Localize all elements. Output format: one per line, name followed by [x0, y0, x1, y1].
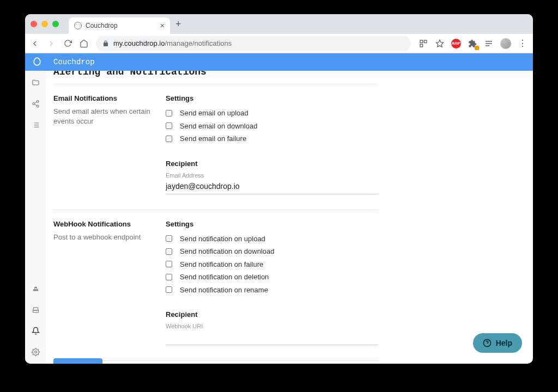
email-notifications-section: Email Notifications Send email alerts wh… — [53, 94, 378, 194]
email-opt-row: Send email on failure — [166, 133, 378, 144]
webhook-notifications-section: WebHook Notifications Post to a webhook … — [53, 220, 378, 346]
nav-settings-icon[interactable] — [32, 348, 40, 356]
checkbox-webhook-download[interactable] — [166, 248, 172, 255]
qr-icon[interactable] — [418, 39, 428, 48]
menu-icon[interactable]: ⋮ — [518, 39, 527, 48]
checkbox-label: Send email on failure — [180, 133, 246, 144]
close-window-button[interactable] — [31, 21, 37, 27]
maximize-window-button[interactable] — [52, 21, 59, 27]
checkbox-email-download[interactable] — [166, 122, 172, 129]
url-text: my.couchdrop.io/manage/notifications — [113, 39, 232, 47]
new-tab-button[interactable]: + — [175, 19, 181, 30]
svg-point-8 — [32, 103, 34, 105]
brand-bar: Couchdrop — [25, 53, 533, 71]
webhook-opt-row: Send notification on failure — [166, 259, 378, 270]
close-tab-icon[interactable]: × — [160, 21, 165, 30]
webhook-settings-heading: Settings — [166, 220, 378, 228]
checkbox-webhook-rename[interactable] — [166, 286, 172, 293]
checkbox-webhook-upload[interactable] — [166, 235, 172, 242]
divider — [53, 84, 378, 84]
checkbox-email-failure[interactable] — [166, 136, 172, 142]
address-bar: my.couchdrop.io/manage/notifications ABP… — [25, 34, 533, 53]
email-section-title: Email Notifications — [53, 94, 155, 102]
nav-users-icon[interactable] — [32, 284, 40, 292]
email-section-desc: Send email alerts when certain events oc… — [53, 107, 155, 126]
webhook-opt-row: Send notification on upload — [166, 234, 378, 244]
nav-notifications-icon[interactable] — [32, 327, 40, 335]
checkbox-label: Send notification on failure — [180, 259, 263, 270]
checkbox-label: Send notification on rename — [180, 285, 268, 296]
back-button[interactable] — [31, 39, 39, 48]
minimize-window-button[interactable] — [41, 21, 48, 27]
globe-icon — [74, 22, 82, 29]
checkbox-label: Send notification on download — [180, 246, 274, 257]
adblock-icon[interactable]: ABP — [451, 39, 461, 48]
checkbox-webhook-deletion[interactable] — [166, 274, 172, 280]
couchdrop-logo-icon — [32, 57, 43, 68]
home-button[interactable] — [80, 39, 88, 48]
checkbox-webhook-failure[interactable] — [166, 261, 172, 267]
svg-marker-3 — [436, 40, 443, 47]
svg-rect-2 — [420, 44, 423, 47]
recipient-heading: Recipient — [166, 160, 378, 168]
svg-point-18 — [34, 351, 37, 353]
svg-point-9 — [37, 105, 39, 107]
tab-title: Couchdrop — [86, 22, 156, 29]
save-button-partial[interactable] — [53, 358, 102, 364]
app-region: Couchdrop — [25, 53, 533, 364]
extension-icons: ABP ⋮ — [418, 38, 527, 49]
reload-button[interactable] — [63, 39, 72, 48]
webhook-opt-row: Send notification on rename — [166, 285, 378, 296]
email-opt-row: Send email on upload — [166, 108, 378, 119]
svg-rect-1 — [424, 40, 427, 43]
webhook-section-title: WebHook Notifications — [53, 220, 155, 228]
email-field-label: Email Address — [166, 172, 378, 179]
recipient-heading: Recipient — [166, 310, 378, 318]
nav-share-icon[interactable] — [32, 100, 40, 108]
checkbox-label: Send email on upload — [180, 108, 248, 119]
checkbox-email-upload[interactable] — [166, 110, 172, 117]
webhook-section-desc: Post to a webhook endpoint — [53, 232, 155, 242]
lock-icon — [102, 40, 109, 47]
nav-list-icon[interactable] — [32, 121, 40, 129]
browser-tab[interactable]: Couchdrop × — [69, 17, 170, 34]
content-area: Alerting and Notifications Email Notific… — [46, 71, 533, 364]
checkbox-label: Send notification on deletion — [180, 272, 269, 283]
webhook-opt-row: Send notification on download — [166, 246, 378, 257]
window-controls — [31, 21, 59, 27]
star-icon[interactable] — [435, 39, 445, 48]
tab-strip: Couchdrop × + — [25, 14, 533, 34]
app-body: Alerting and Notifications Email Notific… — [25, 71, 533, 364]
checkbox-label: Send notification on upload — [180, 234, 265, 244]
email-settings-heading: Settings — [166, 94, 378, 102]
svg-line-10 — [34, 104, 37, 106]
webhook-opt-row: Send notification on deletion — [166, 272, 378, 283]
svg-rect-0 — [420, 40, 423, 43]
reading-list-icon[interactable] — [484, 39, 494, 48]
url-field[interactable]: my.couchdrop.io/manage/notifications — [96, 36, 411, 51]
side-nav — [25, 71, 46, 364]
forward-button[interactable] — [47, 39, 56, 48]
email-opt-row: Send email on download — [166, 121, 378, 132]
page-title: Alerting and Notifications — [53, 71, 378, 77]
help-label: Help — [496, 339, 512, 347]
help-button[interactable]: Help — [473, 333, 522, 353]
svg-point-7 — [37, 100, 39, 102]
browser-window: Couchdrop × + my.couchdrop.io/manage/not… — [25, 14, 533, 364]
webhook-field-label: Webhook URI — [166, 323, 378, 329]
divider — [53, 210, 378, 210]
brand-name: Couchdrop — [53, 58, 95, 66]
email-address-input[interactable] — [166, 180, 378, 194]
nav-files-icon[interactable] — [32, 78, 40, 87]
svg-line-11 — [34, 102, 37, 103]
checkbox-label: Send email on download — [180, 121, 257, 132]
profile-avatar[interactable] — [500, 38, 511, 49]
extensions-icon[interactable] — [468, 39, 477, 48]
webhook-uri-input[interactable] — [166, 330, 378, 345]
nav-storage-icon[interactable] — [32, 305, 40, 314]
